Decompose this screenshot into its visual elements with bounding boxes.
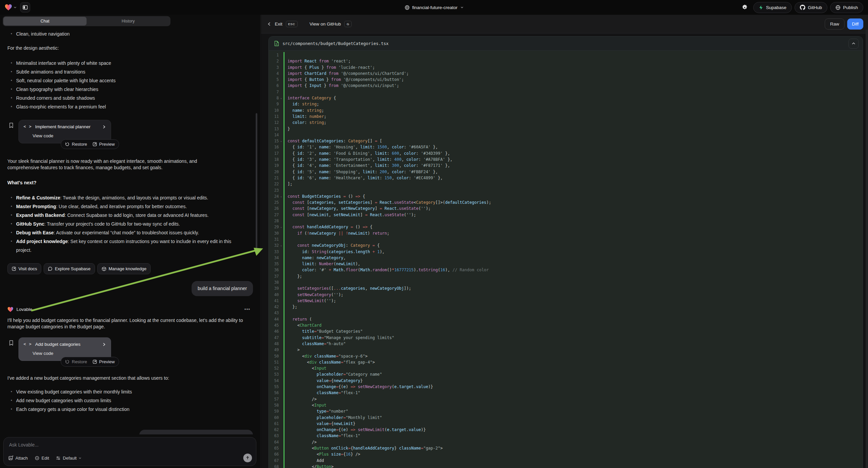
code-line: 10 name: string; — [269, 108, 863, 114]
preview-button[interactable]: Preview — [93, 142, 115, 147]
view-code-link[interactable]: View code — [33, 350, 106, 356]
diff-added-marker — [283, 187, 284, 194]
file-path: src/components/budget/BudgetCategories.t… — [282, 41, 845, 46]
chevron-down-icon — [13, 6, 17, 9]
publish-button[interactable]: Publish — [830, 2, 863, 13]
code-line: 17 { id: '2', name: 'Food & Dining', lim… — [269, 150, 863, 156]
raw-tab[interactable]: Raw — [825, 19, 844, 30]
settings-button[interactable] — [739, 2, 750, 13]
diff-added-marker — [283, 439, 284, 445]
diff-added-marker — [283, 218, 284, 224]
mode-select[interactable]: Default — [56, 456, 82, 461]
code-line: 23 — [269, 187, 863, 194]
code-line: 50 <div className="space-y-6"> — [269, 353, 863, 359]
fold-chevron-icon[interactable]: ⌄ — [279, 95, 283, 101]
supabase-button[interactable]: Supabase — [753, 2, 792, 13]
restore-button[interactable]: Restore — [65, 142, 87, 147]
bookmark-icon[interactable] — [9, 122, 14, 128]
lovable-heart-icon — [5, 4, 12, 11]
file-added-icon — [274, 40, 279, 46]
code-viewer-header: Exit ESC View on GitHub G Raw Diff — [261, 15, 868, 34]
diff-added-marker — [283, 402, 284, 408]
chat-panel: Chat History Clean, intuitive navigation… — [0, 15, 261, 468]
view-code-link[interactable]: View code — [33, 133, 106, 139]
diff-added-marker — [283, 328, 284, 334]
code-line: 56 className="flex-1" — [269, 390, 863, 396]
list-item: Debug with Ease: Activate our experiment… — [7, 228, 232, 237]
code-line: 42 }; — [269, 304, 863, 310]
sidebar-icon — [23, 5, 28, 10]
manage-knowledge-button[interactable]: Manage knowledge — [97, 263, 151, 274]
diff-added-marker — [283, 175, 284, 181]
code-line: 47 subtitle="Manage your spending limits… — [269, 335, 863, 341]
diff-added-marker — [283, 249, 284, 255]
tab-history[interactable]: History — [87, 17, 170, 26]
code-line: 19 { id: '4', name: 'Entertainment', lim… — [269, 163, 863, 169]
code-line: 44 return ( — [269, 316, 863, 322]
fold-chevron-icon[interactable]: ⌄ — [279, 242, 283, 248]
chevron-right-icon — [102, 125, 106, 129]
edit-button[interactable]: Edit — [35, 456, 49, 461]
preview-button[interactable]: Preview — [93, 359, 115, 364]
project-title: financial-future-creator — [412, 5, 457, 10]
globe-icon — [404, 5, 409, 10]
chevron-left-icon — [267, 22, 272, 26]
explore-supabase-button[interactable]: Explore Supabase — [43, 263, 95, 274]
external-link-icon — [93, 359, 97, 364]
fold-chevron-icon[interactable]: ⌄ — [279, 138, 283, 144]
tab-chat[interactable]: Chat — [3, 17, 87, 26]
diff-added-marker — [283, 390, 284, 396]
code-content[interactable]: 12import React from 'react';3import { Pl… — [269, 51, 863, 468]
chevron-up-icon — [851, 41, 856, 46]
editor-scrollbar[interactable] — [866, 30, 868, 468]
code-line: 29⌄ const handleAddCategory = () => { — [269, 224, 863, 230]
code-line: 62 onChange={(e) => setNewLimit(e.target… — [269, 427, 863, 433]
target-icon — [35, 456, 39, 461]
list-item: Master Prompting: Use clear, detailed, a… — [7, 202, 232, 211]
list-item: Rounded corners and subtle shadows — [7, 94, 249, 103]
exit-button[interactable]: Exit — [275, 22, 282, 27]
list-item: GitHub Sync: Transfer your project's cod… — [7, 220, 232, 228]
fold-chevron-icon[interactable]: ⌄ — [279, 194, 283, 199]
project-switcher[interactable]: financial-future-creator — [404, 0, 463, 15]
message-text: I've added a new budget categories manag… — [7, 375, 253, 381]
chat-scrollbar[interactable] — [256, 113, 257, 254]
message-menu-button[interactable]: ••• — [244, 306, 250, 313]
diff-added-marker — [283, 285, 284, 291]
file-diff-card: src/components/budget/BudgetCategories.t… — [269, 36, 863, 468]
github-button[interactable]: GitHub — [795, 2, 828, 13]
list-item: View existing budget categories with the… — [7, 387, 249, 396]
diff-added-marker — [283, 144, 284, 150]
globe-icon — [835, 5, 840, 10]
code-line: 37 }; — [269, 273, 863, 279]
code-line: 18 { id: '3', name: 'Transportation', li… — [269, 156, 863, 163]
diff-added-marker — [283, 242, 284, 248]
diff-tab[interactable]: Diff — [847, 19, 863, 30]
code-line: 48 className="h-auto" — [269, 341, 863, 347]
sidebar-toggle-button[interactable] — [20, 2, 30, 12]
gear-icon — [742, 5, 748, 10]
diff-added-marker — [283, 335, 284, 341]
bookmark-icon[interactable] — [9, 340, 14, 346]
diff-added-marker — [283, 77, 284, 83]
code-line: 6import { Input } from '@/components/ui/… — [269, 83, 863, 89]
send-button[interactable] — [243, 454, 252, 462]
diff-added-marker — [283, 371, 284, 377]
view-on-github-button[interactable]: View on GitHub — [310, 22, 341, 27]
code-line: 28 — [269, 218, 863, 224]
chat-input[interactable]: Ask Lovable... — [9, 442, 251, 447]
attach-button[interactable]: Attach — [8, 456, 28, 461]
chevron-right-icon — [102, 343, 106, 347]
list-item: Refine & Customize: Tweak the design, an… — [7, 194, 232, 202]
code-line: 54 value={newCategory} — [269, 378, 863, 384]
restore-preview-pill: Restore Preview — [61, 357, 119, 367]
code-line: 51 <div className="flex gap-4"> — [269, 359, 863, 365]
diff-added-marker — [283, 52, 284, 58]
lovable-logo-menu[interactable] — [5, 4, 17, 11]
collapse-file-button[interactable] — [848, 39, 859, 49]
composer[interactable]: Ask Lovable... Attach Edit Default — [3, 437, 256, 466]
visit-docs-button[interactable]: Visit docs — [7, 263, 41, 274]
fold-chevron-icon[interactable]: ⌄ — [279, 224, 283, 230]
diff-added-marker — [283, 298, 284, 304]
restore-button[interactable]: Restore — [65, 359, 87, 364]
